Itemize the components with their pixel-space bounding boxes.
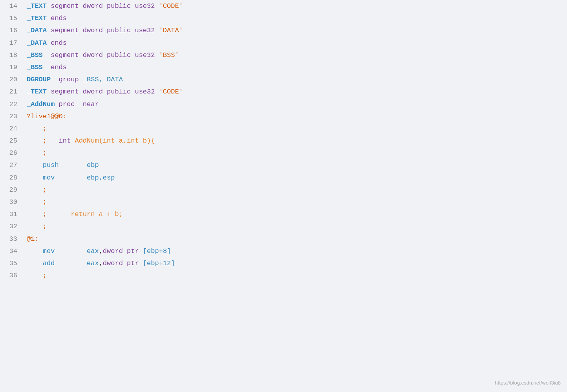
token-kw-comment: ; xyxy=(27,186,47,194)
code-line: ; xyxy=(24,220,567,233)
code-table: 14_TEXT segment dword public use32 'CODE… xyxy=(0,0,567,282)
token-kw-blue: _BSS xyxy=(27,51,43,59)
line-number: 27 xyxy=(0,159,24,171)
token-kw-blue: DGROUP xyxy=(27,76,51,83)
line-number: 24 xyxy=(0,123,24,135)
line-number: 32 xyxy=(0,220,24,233)
code-line: _DATA segment dword public use32 'DATA' xyxy=(24,24,567,37)
token-kw-instr: push xyxy=(27,161,59,169)
table-row: 16_DATA segment dword public use32 'DATA… xyxy=(0,24,567,37)
code-line: ; xyxy=(24,147,567,159)
table-row: 22_AddNum proc near xyxy=(0,98,567,110)
table-row: 17_DATA ends xyxy=(0,37,567,49)
token-kw-blue: _TEXT xyxy=(27,15,47,22)
token-kw-reg: ebp xyxy=(59,161,99,169)
token-kw-purple: group xyxy=(51,76,83,83)
token-kw-label: ?live1@@0: xyxy=(27,113,67,120)
line-number: 31 xyxy=(0,208,24,220)
line-number: 15 xyxy=(0,12,24,24)
token-kw-purple: segment dword public use32 xyxy=(43,51,159,59)
table-row: 19_BSS ends xyxy=(0,61,567,73)
code-line: add eax,dword ptr [ebp+12] xyxy=(24,257,567,269)
line-number: 16 xyxy=(0,24,24,37)
token-kw-plain xyxy=(123,247,127,255)
table-row: 23?live1@@0: xyxy=(0,110,567,123)
token-kw-purple: ends xyxy=(43,64,67,71)
token-kw-bss-data: _BSS,_DATA xyxy=(83,76,123,83)
token-kw-dword: dword xyxy=(103,260,123,267)
line-number: 22 xyxy=(0,98,24,110)
token-kw-blue: _TEXT xyxy=(27,2,47,10)
table-row: 20DGROUP group _BSS,_DATA xyxy=(0,73,567,86)
table-row: 33@1: xyxy=(0,233,567,245)
table-row: 36 ; xyxy=(0,269,567,282)
code-line: DGROUP group _BSS,_DATA xyxy=(24,73,567,86)
table-row: 34 mov eax,dword ptr [ebp+8] xyxy=(0,245,567,257)
line-number: 33 xyxy=(0,233,24,245)
token-kw-purple: segment dword public use32 xyxy=(47,2,159,10)
token-kw-plain xyxy=(71,137,75,145)
token-kw-plain xyxy=(55,260,87,267)
code-line: _AddNum proc near xyxy=(24,98,567,110)
code-line: ?live1@@0: xyxy=(24,110,567,123)
table-row: 28 mov ebp,esp xyxy=(0,172,567,184)
table-row: 24 ; xyxy=(0,123,567,135)
token-kw-blue: _DATA xyxy=(27,39,47,47)
token-kw-instr: mov xyxy=(27,174,55,181)
token-kw-instr: add xyxy=(27,260,55,267)
token-kw-plain: , xyxy=(99,247,103,255)
table-row: 25 ; int AddNum(int a,int b){ xyxy=(0,135,567,147)
token-kw-blue: _TEXT xyxy=(27,88,47,95)
token-kw-ptr: ptr xyxy=(127,247,139,255)
token-kw-purple: ends xyxy=(47,15,67,22)
token-kw-dword: dword xyxy=(103,247,123,255)
token-kw-label: @1: xyxy=(27,235,39,243)
token-kw-reg: [ebp+8] xyxy=(139,247,171,255)
code-line: @1: xyxy=(24,233,567,245)
line-number: 34 xyxy=(0,245,24,257)
token-kw-reg: ebp,esp xyxy=(55,174,115,181)
code-line: ; return a + b; xyxy=(24,208,567,220)
watermark: https://blog.csdn.net/wolf3iu8 xyxy=(495,379,561,387)
line-number: 18 xyxy=(0,49,24,61)
line-number: 23 xyxy=(0,110,24,123)
code-line: ; xyxy=(24,196,567,208)
token-kw-orange: 'BSS' xyxy=(159,51,179,59)
line-number: 28 xyxy=(0,172,24,184)
token-kw-ptr: ptr xyxy=(127,260,139,267)
code-line: ; int AddNum(int a,int b){ xyxy=(24,135,567,147)
token-kw-comment: ; xyxy=(27,137,59,145)
table-row: 14_TEXT segment dword public use32 'CODE… xyxy=(0,0,567,12)
code-line: ; xyxy=(24,269,567,282)
line-number: 26 xyxy=(0,147,24,159)
token-kw-reg: eax xyxy=(87,247,99,255)
token-kw-comment: ; xyxy=(27,223,47,230)
token-kw-blue: _BSS xyxy=(27,64,43,71)
token-kw-comment: ; xyxy=(27,125,47,132)
table-row: 31 ; return a + b; xyxy=(0,208,567,220)
line-number: 20 xyxy=(0,73,24,86)
token-kw-reg: eax xyxy=(87,260,99,267)
table-row: 35 add eax,dword ptr [ebp+12] xyxy=(0,257,567,269)
token-kw-fn: AddNum(int a,int b){ xyxy=(75,137,155,145)
line-number: 29 xyxy=(0,184,24,196)
token-kw-comment: ; xyxy=(27,211,71,218)
code-line: _BSS segment dword public use32 'BSS' xyxy=(24,49,567,61)
line-number: 21 xyxy=(0,86,24,98)
table-row: 18_BSS segment dword public use32 'BSS' xyxy=(0,49,567,61)
token-kw-instr: mov xyxy=(27,247,55,255)
code-line: ; xyxy=(24,123,567,135)
token-kw-plain xyxy=(123,260,127,267)
token-kw-reg: [ebp+12] xyxy=(139,260,175,267)
table-row: 32 ; xyxy=(0,220,567,233)
code-line: _TEXT segment dword public use32 'CODE' xyxy=(24,0,567,12)
token-kw-int: int xyxy=(59,137,71,145)
code-line: mov eax,dword ptr [ebp+8] xyxy=(24,245,567,257)
token-kw-comment: ; xyxy=(27,198,47,206)
code-line: ; xyxy=(24,184,567,196)
line-number: 36 xyxy=(0,269,24,282)
token-kw-orange: 'CODE' xyxy=(159,2,183,10)
token-kw-plain: , xyxy=(99,260,103,267)
table-row: 30 ; xyxy=(0,196,567,208)
token-kw-plain xyxy=(55,247,87,255)
